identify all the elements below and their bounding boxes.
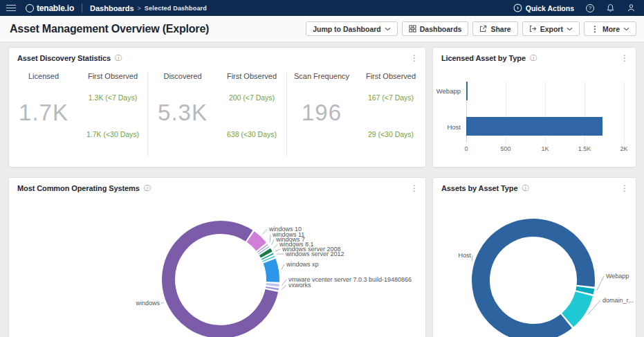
first-observed-30days: 29 (<30 Days) [356, 130, 425, 138]
more-kebab-icon: ⋮ [591, 24, 599, 34]
first-observed-label: First Observed [356, 72, 425, 80]
panel-menu-kebab-icon[interactable]: ⋮ [410, 184, 418, 192]
bar-webapp[interactable] [466, 82, 468, 100]
export-button[interactable]: Export [522, 21, 580, 36]
donut-leader-line [472, 255, 472, 262]
more-button[interactable]: ⋮ More [584, 21, 636, 36]
quick-actions-button[interactable]: Quick Actions [513, 3, 574, 12]
panel-menu-kebab-icon[interactable]: ⋮ [620, 184, 629, 192]
os-donut-svg [9, 178, 425, 337]
panel-menu-kebab-icon[interactable]: ⋮ [620, 54, 629, 62]
panel-title: Assets by Asset Type [441, 184, 518, 192]
donut-leader-line [597, 276, 604, 291]
donut-leader-line [270, 235, 270, 242]
dashboards-button[interactable]: Dashboards [402, 21, 469, 36]
chevron-down-icon [623, 27, 629, 31]
page-title: Asset Management Overview (Explore) [10, 23, 209, 35]
user-profile-icon[interactable] [627, 3, 636, 12]
donut-leader-line [263, 229, 267, 235]
gridline [624, 82, 625, 143]
chevron-down-icon [385, 27, 391, 31]
brand-name: tenable.io [37, 3, 74, 13]
first-observed-7days: 167 (<7 Days) [356, 93, 425, 102]
asset-type-donut-chart: HostWebappdomain_r... [433, 178, 636, 337]
asset-discovery-statistics-panel: Asset Discovery Statistics ⓘ ⋮ Licensed … [8, 47, 426, 167]
category-label-host: Host [433, 123, 461, 131]
jump-to-dashboard-button[interactable]: Jump to Dashboard [306, 21, 398, 36]
bar-host[interactable] [466, 117, 602, 136]
first-observed-label: First Observed [217, 72, 286, 80]
app-window: tenable.io Dashboards > Selected Dashboa… [0, 0, 644, 337]
notifications-bell-icon[interactable] [606, 3, 615, 12]
dashboards-grid-icon [409, 25, 416, 33]
discovery-stats-row: Licensed 1.7K First Observed 1.3K (<7 Da… [9, 72, 425, 156]
x-tick: 1.5K [578, 145, 591, 152]
scan-frequency-value: 196 [287, 100, 356, 126]
share-button[interactable]: Share [472, 21, 517, 36]
first-observed-7days: 200 (<7 Days) [217, 93, 286, 102]
donut-leader-line [282, 285, 286, 290]
first-observed-30days: 638 (<30 Days) [217, 130, 286, 138]
os-donut-chart: windows 10windows 11windows 7windows 8.1… [9, 178, 425, 337]
first-observed-7days: 1.3K (<7 Days) [78, 93, 147, 102]
discovered-label: Discovered [148, 72, 217, 80]
first-observed-30days: 1.7K (<30 Days) [78, 130, 147, 138]
most-common-operating-systems-panel: Most Common Operating Systems ⓘ ⋮ window… [8, 177, 426, 337]
x-tick: 500 [500, 145, 510, 152]
breadcrumb-separator: > [138, 5, 141, 12]
panel-title: Most Common Operating Systems [17, 184, 140, 192]
tenable-logo-icon [26, 4, 34, 12]
donut-leader-line [161, 302, 163, 303]
more-label: More [602, 25, 620, 33]
chevron-down-icon [567, 27, 573, 31]
donut-leader-line [274, 244, 277, 248]
panel-title: Licensed Asset by Type [441, 54, 526, 62]
tenable-logo[interactable]: tenable.io [26, 3, 74, 13]
breadcrumb-selected-dashboard[interactable]: Selected Dashboard [145, 5, 207, 12]
donut-label-windows-xp: windows xp [286, 261, 319, 268]
licensed-asset-bar-chart: Webapp Host 0 500 1K 1.5K 2K [433, 48, 637, 168]
breadcrumb: Dashboards > Selected Dashboard [90, 4, 207, 12]
first-observed-label: First Observed [78, 72, 147, 80]
share-icon [479, 25, 487, 33]
export-label: Export [540, 25, 563, 33]
donut-label-windows-server-2012: windows server 2012 [286, 251, 344, 257]
info-icon[interactable]: ⓘ [522, 184, 529, 192]
scan-frequency-stat-group: Scan Frequency 196 First Observed 167 (<… [286, 72, 425, 156]
export-icon [529, 25, 537, 33]
licensed-label: Licensed [9, 72, 78, 80]
scan-frequency-label: Scan Frequency [287, 72, 356, 80]
discovered-value: 5.3K [148, 100, 217, 126]
licensed-asset-by-type-panel: Licensed Asset by Type ⓘ ⋮ Webapp Host 0… [432, 47, 636, 167]
nav-divider [82, 3, 82, 12]
page-header: Asset Management Overview (Explore) Jump… [0, 16, 644, 42]
donut-label-vxworks: vxworks [288, 282, 311, 289]
category-label-webapp: Webapp [433, 87, 461, 95]
info-icon[interactable]: ⓘ [115, 54, 122, 62]
donut-label-windows: windows [136, 300, 160, 307]
donut-leader-line [275, 249, 280, 251]
donut-leader-line [282, 264, 284, 270]
top-nav-bar: tenable.io Dashboards > Selected Dashboa… [0, 0, 644, 16]
quick-actions-label: Quick Actions [526, 4, 574, 12]
discovered-stat-group: Discovered 5.3K First Observed 200 (<7 D… [147, 72, 286, 156]
donut-label-host: Host [458, 252, 471, 259]
x-tick: 1K [541, 145, 549, 152]
jump-to-dashboard-label: Jump to Dashboard [313, 25, 381, 33]
dashboards-label: Dashboards [420, 25, 462, 33]
panel-title: Asset Discovery Statistics [17, 54, 111, 62]
panel-menu-kebab-icon[interactable]: ⋮ [410, 54, 418, 62]
info-icon[interactable]: ⓘ [144, 184, 151, 192]
licensed-stat-group: Licensed 1.7K First Observed 1.3K (<7 Da… [9, 72, 147, 156]
menu-hamburger-icon[interactable] [6, 3, 16, 13]
donut-label-domain-r: domain_r... [602, 297, 634, 304]
help-icon[interactable]: ? [586, 4, 594, 12]
quick-actions-icon [513, 3, 522, 12]
licensed-value: 1.7K [9, 100, 78, 126]
share-label: Share [490, 25, 510, 33]
assets-by-asset-type-panel: Assets by Asset Type ⓘ ⋮ HostWebappdomai… [432, 177, 636, 337]
x-tick: 2K [620, 145, 627, 152]
info-icon[interactable]: ⓘ [530, 54, 537, 62]
donut-leader-line [282, 280, 286, 286]
breadcrumb-dashboards[interactable]: Dashboards [90, 4, 134, 12]
